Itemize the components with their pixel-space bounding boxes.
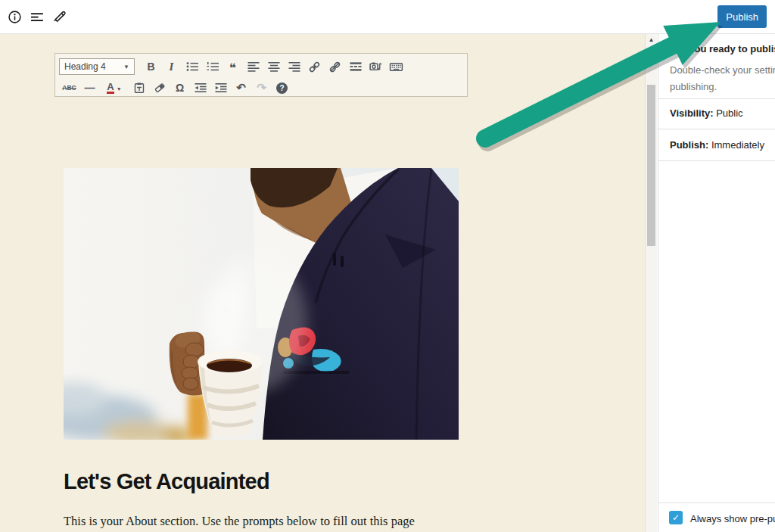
- post-heading[interactable]: Let's Get Acquainted: [64, 469, 269, 494]
- bullet-list-icon[interactable]: [182, 58, 202, 76]
- prepublish-description-line2: publishing.: [670, 81, 717, 92]
- toolbar-row-1: Heading 4 ▼ B I ❝: [55, 54, 467, 77]
- post-paragraph[interactable]: This is your About section. Use the prom…: [64, 514, 487, 529]
- add-media-icon[interactable]: [366, 58, 386, 76]
- divider: [658, 502, 775, 503]
- visibility-setting-row[interactable]: Visibility: Public: [670, 107, 743, 119]
- publish-button[interactable]: Publish: [717, 5, 767, 28]
- numbered-list-icon[interactable]: [202, 58, 223, 76]
- format-dropdown-value: Heading 4: [64, 61, 106, 72]
- strikethrough-icon[interactable]: ABC: [59, 79, 79, 97]
- link-icon[interactable]: [304, 58, 325, 76]
- chevron-down-icon: ▼: [123, 64, 129, 70]
- clear-formatting-icon[interactable]: [149, 79, 170, 97]
- prepublish-title: Are you ready to publish?: [670, 43, 775, 54]
- help-icon[interactable]: ?: [272, 79, 292, 97]
- unlink-icon[interactable]: [325, 58, 345, 76]
- publish-date-label: Publish:: [670, 139, 708, 151]
- bold-icon[interactable]: B: [141, 58, 161, 76]
- publish-date-value-text: Immediately: [711, 139, 764, 151]
- toolbar-toggle-icon[interactable]: [386, 58, 406, 76]
- align-center-icon[interactable]: [263, 58, 284, 76]
- text-color-icon[interactable]: A▼: [100, 79, 129, 97]
- scroll-up-arrow-icon[interactable]: ▲: [646, 35, 657, 45]
- visibility-value-text: Public: [716, 107, 742, 119]
- divider: [658, 160, 775, 161]
- format-dropdown[interactable]: Heading 4 ▼: [59, 58, 135, 75]
- scrollbar-thumb[interactable]: [647, 85, 655, 246]
- italic-icon[interactable]: I: [161, 58, 182, 76]
- visibility-label: Visibility:: [670, 107, 714, 119]
- blockquote-icon[interactable]: ❝: [223, 58, 243, 76]
- prepublish-checkbox-label: Always show pre-publish checks.: [690, 513, 775, 524]
- divider: [658, 98, 775, 99]
- editor-top-bar: Publish: [0, 0, 775, 34]
- toolbar-row-2: ABC — A▼ Ω ↶ ↷ ?: [55, 77, 467, 98]
- publish-setting-row[interactable]: Publish: Immediately: [670, 139, 764, 151]
- horizontal-rule-icon[interactable]: —: [79, 79, 100, 97]
- align-right-icon[interactable]: [284, 58, 304, 76]
- prepublish-sidebar: Are you ready to publish? Double-check y…: [658, 33, 775, 532]
- editor-scrollbar[interactable]: ▲: [645, 33, 657, 532]
- divider: [658, 129, 775, 129]
- content-image-man-with-coffee[interactable]: [64, 168, 459, 440]
- redo-icon[interactable]: ↷: [251, 79, 272, 97]
- prepublish-description-line1: Double-check your settings before: [670, 64, 775, 76]
- prepublish-checkbox[interactable]: ✓: [669, 511, 683, 524]
- paste-as-text-icon[interactable]: [129, 79, 149, 97]
- list-view-icon[interactable]: [29, 8, 45, 25]
- undo-icon[interactable]: ↶: [231, 79, 251, 97]
- chevron-down-icon: ▼: [117, 86, 122, 92]
- edit-pencil-icon[interactable]: [51, 8, 68, 25]
- outdent-icon[interactable]: [190, 79, 210, 97]
- align-left-icon[interactable]: [243, 58, 263, 76]
- classic-editor-toolbar: Heading 4 ▼ B I ❝: [54, 53, 468, 97]
- indent-icon[interactable]: [210, 79, 231, 97]
- special-character-icon[interactable]: Ω: [170, 79, 190, 97]
- info-icon[interactable]: [6, 8, 23, 25]
- read-more-icon[interactable]: [345, 58, 366, 76]
